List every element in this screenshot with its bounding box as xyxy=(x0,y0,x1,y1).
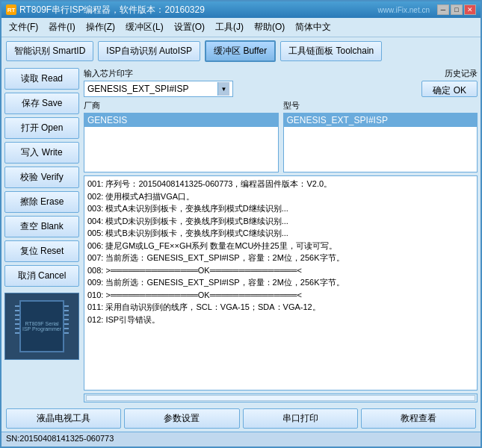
chip-label: RT809F SerialISP Programmer xyxy=(22,321,61,332)
toolbar: 智能识别 SmartID ISP自动识别 AutoISP 缓冲区 Buffer … xyxy=(1,37,481,65)
watermark: www.iFix.net.cn xyxy=(378,6,430,14)
blank-button[interactable]: 查空 Blank xyxy=(4,216,79,237)
log-line: 008: >═══════════════OK═══════════════< xyxy=(87,264,474,277)
pin xyxy=(15,328,19,329)
log-line: 011: 采用自动识别到的线序，SCL：VGA-15；SDA：VGA-12。 xyxy=(87,301,474,314)
pin xyxy=(15,314,19,316)
menu-file[interactable]: 文件(F) xyxy=(4,19,43,35)
history-group: 历史记录 确定 OK xyxy=(421,68,478,97)
vendor-box: 厂商 GENESIS xyxy=(84,100,279,172)
reset-button[interactable]: 复位 Reset xyxy=(4,240,79,262)
chip-input-value: GENESIS_EXT_SPI#ISP xyxy=(87,84,188,94)
history-label: 历史记录 xyxy=(445,68,478,79)
pin xyxy=(64,314,69,316)
pin xyxy=(15,319,19,320)
left-panel: 读取 Read 保存 Save 打开 Open 写入 Write 校验 Veri… xyxy=(4,68,79,402)
title-bar: RT RT809F串行ISP编程器，软件版本：20160329 www.iFix… xyxy=(1,1,481,18)
tutorial-button[interactable]: 教程查看 xyxy=(361,408,476,429)
pin xyxy=(15,323,19,325)
combo-arrow-icon[interactable]: ▼ xyxy=(217,82,229,96)
device-image: RT809F SerialISP Programmer xyxy=(4,293,79,360)
pin xyxy=(64,328,69,329)
title-bar-right: www.iFix.net.cn ─ □ ✕ xyxy=(378,4,476,15)
chip-input[interactable]: GENESIS_EXT_SPI#ISP ▼ xyxy=(84,81,233,97)
menu-buffer[interactable]: 缓冲区(L) xyxy=(121,19,168,35)
log-line: 007: 当前所选：GENESIS_EXT_SPI#ISP，容量：2M位，256… xyxy=(87,252,474,264)
pin xyxy=(15,305,19,307)
cancel-button[interactable]: 取消 Cancel xyxy=(4,265,79,287)
chip-input-label: 输入芯片印字 xyxy=(84,68,417,79)
menu-settings[interactable]: 设置(O) xyxy=(170,19,209,35)
chip-graphic: RT809F SerialISP Programmer xyxy=(19,300,64,352)
model-label: 型号 xyxy=(283,100,478,111)
status-bar: SN:20150408141325-060773 xyxy=(1,432,481,447)
param-settings-button[interactable]: 参数设置 xyxy=(124,408,239,429)
menu-bar: 文件(F) 器件(I) 操作(Z) 缓冲区(L) 设置(O) 工具(J) 帮助(… xyxy=(1,18,481,37)
maximize-button[interactable]: □ xyxy=(451,4,463,15)
model-list-item[interactable]: GENESIS_EXT_SPI#ISP xyxy=(284,113,478,127)
toolchain-button[interactable]: 工具链面板 Toolchain xyxy=(280,41,382,61)
menu-tools[interactable]: 工具(J) xyxy=(211,19,248,35)
write-button[interactable]: 写入 Write xyxy=(4,142,79,164)
save-button[interactable]: 保存 Save xyxy=(4,93,79,114)
title-bar-left: RT RT809F串行ISP编程器，软件版本：20160329 xyxy=(6,4,205,16)
pin xyxy=(64,319,69,320)
model-box: 型号 GENESIS_EXT_SPI#ISP xyxy=(283,100,478,172)
pin xyxy=(64,332,69,334)
log-line: 006: 捷尼GM或LG_FE××GH系列 数量在MCU外挂25里，可读可写。 xyxy=(87,240,474,252)
bottom-toolbar: 液晶电视工具 参数设置 串口打印 教程查看 xyxy=(1,405,481,432)
pin xyxy=(15,332,19,334)
chip-pins-right xyxy=(64,305,69,334)
chip-input-group: 输入芯片印字 GENESIS_EXT_SPI#ISP ▼ xyxy=(84,68,417,97)
erase-button[interactable]: 擦除 Erase xyxy=(4,191,79,213)
app-icon: RT xyxy=(6,4,16,15)
content-area: 读取 Read 保存 Save 打开 Open 写入 Write 校验 Veri… xyxy=(1,65,481,405)
close-button[interactable]: ✕ xyxy=(464,4,476,15)
menu-language[interactable]: 简体中文 xyxy=(291,19,336,35)
scrollbar-track xyxy=(86,395,475,401)
menu-help[interactable]: 帮助(O) xyxy=(250,19,289,35)
vendor-list[interactable]: GENESIS xyxy=(84,113,279,172)
menu-operation[interactable]: 操作(Z) xyxy=(81,19,120,35)
pin xyxy=(64,310,69,311)
log-line: 010: >═══════════════OK═══════════════< xyxy=(87,289,474,302)
log-line: 012: ISP引导错误。 xyxy=(87,314,474,326)
vendor-model-row: 厂商 GENESIS 型号 GENESIS_EXT_SPI#ISP xyxy=(84,100,478,172)
model-list[interactable]: GENESIS_EXT_SPI#ISP xyxy=(283,113,478,172)
log-line: 003: 模式A未识别到板卡，变换线序到模式D继续识别... xyxy=(87,202,474,215)
right-panel: 输入芯片印字 GENESIS_EXT_SPI#ISP ▼ 历史记录 确定 OK … xyxy=(84,68,478,402)
log-line: 001: 序列号：20150408141325-060773，编程器固件版本：V… xyxy=(87,178,474,190)
chip-pins-left xyxy=(15,305,19,334)
auto-isp-button[interactable]: ISP自动识别 AutoISP xyxy=(98,41,200,61)
read-button[interactable]: 读取 Read xyxy=(4,68,79,90)
log-area: 001: 序列号：20150408141325-060773，编程器固件版本：V… xyxy=(84,175,478,391)
log-line: 005: 模式B未识别到板卡，变换线序到模式C继续识别... xyxy=(87,227,474,240)
log-line: 009: 当前所选：GENESIS_EXT_SPI#ISP，容量：2M位，256… xyxy=(87,276,474,289)
pin xyxy=(64,305,69,307)
window-title: RT809F串行ISP编程器，软件版本：20160329 xyxy=(19,4,205,16)
ok-button[interactable]: 确定 OK xyxy=(421,81,478,97)
smart-id-button[interactable]: 智能识别 SmartID xyxy=(6,41,93,61)
verify-button[interactable]: 校验 Verify xyxy=(4,167,79,188)
pin xyxy=(15,310,19,311)
open-button[interactable]: 打开 Open xyxy=(4,117,79,139)
menu-device[interactable]: 器件(I) xyxy=(44,19,79,35)
vendor-list-item[interactable]: GENESIS xyxy=(84,113,278,127)
log-line: 002: 使用模式A扫描VGA口。 xyxy=(87,190,474,203)
input-row: 输入芯片印字 GENESIS_EXT_SPI#ISP ▼ 历史记录 确定 OK xyxy=(84,68,478,97)
status-text: SN:20150408141325-060773 xyxy=(6,434,114,443)
serial-print-button[interactable]: 串口打印 xyxy=(243,408,358,429)
buffer-button[interactable]: 缓冲区 Buffer xyxy=(205,40,276,62)
log-line: 004: 模式D未识别到板卡，变换线序到模式B继续识别... xyxy=(87,215,474,228)
main-window: RT RT809F串行ISP编程器，软件版本：20160329 www.iFix… xyxy=(0,0,482,448)
minimize-button[interactable]: ─ xyxy=(437,4,449,15)
lcd-tv-tool-button[interactable]: 液晶电视工具 xyxy=(6,408,121,429)
pin xyxy=(64,323,69,325)
horizontal-scrollbar[interactable] xyxy=(84,393,478,402)
vendor-label: 厂商 xyxy=(84,100,279,111)
